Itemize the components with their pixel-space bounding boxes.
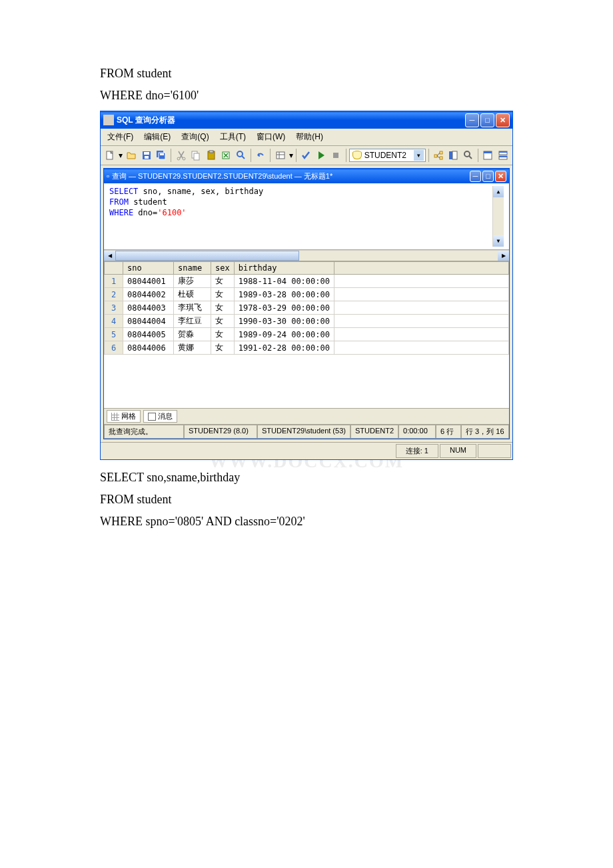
cut-button[interactable]: [174, 148, 188, 163]
row-number: 5: [105, 328, 123, 341]
cell-birthday[interactable]: 1988-11-04 00:00:00: [234, 275, 334, 288]
database-selector[interactable]: STUDENT2 ▼: [349, 149, 426, 162]
undo-button[interactable]: [254, 148, 268, 163]
find-button[interactable]: [234, 148, 248, 163]
paste-button[interactable]: [204, 148, 218, 163]
stop-button[interactable]: [329, 148, 343, 163]
tab-grid[interactable]: 网格: [107, 410, 141, 423]
database-dropdown-arrow[interactable]: ▼: [414, 150, 424, 161]
scroll-up-button[interactable]: ▲: [493, 186, 504, 197]
tab-messages[interactable]: 消息: [143, 410, 177, 423]
col-header-sno[interactable]: sno: [123, 262, 174, 275]
current-window-button[interactable]: [481, 148, 495, 163]
svg-point-8: [183, 157, 185, 160]
results-grid: sno sname sex birthday 108044001康莎女1988-…: [104, 261, 509, 408]
window-titlebar[interactable]: SQL 查询分析器 ─ □ ✕: [101, 111, 512, 129]
cell-birthday[interactable]: 1989-09-24 00:00:00: [234, 328, 334, 341]
maximize-button[interactable]: □: [480, 113, 494, 127]
sql-editor[interactable]: SELECT sno, sname, sex, birthday FROM st…: [104, 183, 509, 250]
minimize-button[interactable]: ─: [465, 113, 479, 127]
cell-sex[interactable]: 女: [211, 341, 235, 355]
parse-button[interactable]: [299, 148, 313, 163]
new-query-button[interactable]: [103, 148, 117, 163]
text-where-dno: WHERE dno='6100': [100, 89, 513, 103]
status-numlock: NUM: [440, 444, 476, 458]
cell-sex[interactable]: 女: [211, 301, 235, 315]
execute-button[interactable]: [314, 148, 328, 163]
cell-spacer: [334, 288, 508, 301]
status-cursor-pos: 行 3，列 16: [461, 425, 509, 439]
svg-rect-6: [160, 153, 164, 155]
menu-tools[interactable]: 工具(T): [216, 130, 250, 144]
status-user: STUDENT29\student (53): [257, 425, 350, 439]
execute-mode-dropdown[interactable]: ▾: [289, 148, 293, 163]
svg-point-24: [464, 151, 470, 157]
inner-maximize-button[interactable]: □: [482, 171, 494, 182]
cell-sno[interactable]: 08044001: [123, 275, 174, 288]
save-button[interactable]: [139, 148, 153, 163]
cell-sname[interactable]: 李琪飞: [174, 301, 211, 315]
toolbar: ▾ ▾ STUDENT2 ▼: [101, 146, 512, 165]
menu-help[interactable]: 帮助(H): [292, 130, 327, 144]
clear-button[interactable]: [219, 148, 233, 163]
execute-mode-button[interactable]: [273, 148, 287, 163]
object-browser-button[interactable]: [446, 148, 460, 163]
col-header-sex[interactable]: sex: [211, 262, 235, 275]
cell-sex[interactable]: 女: [211, 288, 235, 301]
scroll-down-button[interactable]: ▼: [493, 235, 504, 247]
table-row[interactable]: 108044001康莎女1988-11-04 00:00:00: [105, 275, 509, 288]
cell-sname[interactable]: 杜硕: [174, 288, 211, 301]
cell-sno[interactable]: 08044002: [123, 288, 174, 301]
open-button[interactable]: [125, 148, 139, 163]
row-number: 6: [105, 341, 123, 355]
save-all-button[interactable]: [155, 148, 169, 163]
inner-minimize-button[interactable]: ─: [470, 171, 481, 182]
window-title: SQL 查询分析器: [117, 115, 465, 126]
editor-horizontal-scrollbar[interactable]: ◀ ▶: [104, 250, 509, 261]
cell-birthday[interactable]: 1990-03-30 00:00:00: [234, 315, 334, 328]
cell-sex[interactable]: 女: [211, 315, 235, 328]
show-results-button[interactable]: [496, 148, 510, 163]
menu-query[interactable]: 查询(Q): [177, 130, 213, 144]
new-query-dropdown[interactable]: ▾: [119, 148, 123, 163]
table-row[interactable]: 308044003李琪飞女1978-03-29 00:00:00: [105, 301, 509, 315]
sql-query-analyzer-window: SQL 查询分析器 ─ □ ✕ 文件(F) 编辑(E) 查询(Q) 工具(T) …: [100, 111, 513, 460]
copy-button[interactable]: [189, 148, 203, 163]
scroll-left-button[interactable]: ◀: [104, 251, 115, 261]
cell-sname[interactable]: 康莎: [174, 275, 211, 288]
cell-sname[interactable]: 李红豆: [174, 315, 211, 328]
svg-point-7: [177, 157, 180, 160]
table-row[interactable]: 208044002杜硕女1989-03-28 00:00:00: [105, 288, 509, 301]
cell-birthday[interactable]: 1989-03-28 00:00:00: [234, 288, 334, 301]
cell-spacer: [334, 275, 508, 288]
text-from-student: FROM student: [100, 67, 513, 81]
col-header-spacer: [334, 262, 508, 275]
menu-window[interactable]: 窗口(W): [253, 130, 289, 144]
cell-sno[interactable]: 08044004: [123, 315, 174, 328]
cell-birthday[interactable]: 1991-02-28 00:00:00: [234, 341, 334, 355]
inner-close-button[interactable]: ✕: [495, 171, 506, 182]
close-button[interactable]: ✕: [496, 113, 510, 127]
menu-edit[interactable]: 编辑(E): [140, 130, 175, 144]
table-row[interactable]: 408044004李红豆女1990-03-30 00:00:00: [105, 315, 509, 328]
col-header-sname[interactable]: sname: [174, 262, 211, 275]
svg-rect-19: [434, 155, 437, 157]
menu-file[interactable]: 文件(F): [103, 130, 137, 144]
cell-sname[interactable]: 贺淼: [174, 328, 211, 341]
object-search-button[interactable]: [462, 148, 476, 163]
hscroll-thumb[interactable]: [115, 251, 299, 261]
cell-sex[interactable]: 女: [211, 275, 235, 288]
cell-sno[interactable]: 08044003: [123, 301, 174, 315]
cell-sex[interactable]: 女: [211, 328, 235, 341]
estimated-plan-button[interactable]: [432, 148, 446, 163]
inner-titlebar[interactable]: ▫ 查询 — STUDENT29.STUDENT2.STUDENT29\stud…: [104, 169, 509, 183]
editor-vertical-scrollbar[interactable]: ▲ ▼: [492, 186, 504, 247]
col-header-birthday[interactable]: birthday: [234, 262, 334, 275]
table-row[interactable]: 508044005贺淼女1989-09-24 00:00:00: [105, 328, 509, 341]
table-row[interactable]: 608044006黄娜女1991-02-28 00:00:00: [105, 341, 509, 355]
cell-sname[interactable]: 黄娜: [174, 341, 211, 355]
cell-sno[interactable]: 08044005: [123, 328, 174, 341]
cell-birthday[interactable]: 1978-03-29 00:00:00: [234, 301, 334, 315]
cell-sno[interactable]: 08044006: [123, 341, 174, 355]
scroll-right-button[interactable]: ▶: [498, 251, 509, 261]
